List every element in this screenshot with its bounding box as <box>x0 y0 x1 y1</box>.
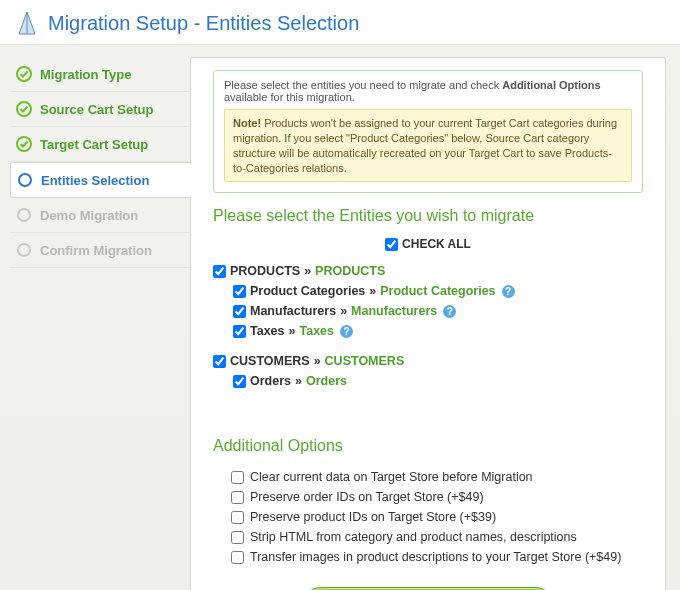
arrow-icon: » <box>304 264 311 278</box>
option-label: Clear current data on Target Store befor… <box>250 470 533 484</box>
entity-checkbox[interactable] <box>233 305 246 318</box>
sidebar-item-confirm-migration[interactable]: Confirm Migration <box>10 233 190 268</box>
entity-target-label: PRODUCTS <box>315 264 385 278</box>
logo-icon <box>16 10 38 36</box>
info-intro-bold: Additional Options <box>502 79 600 91</box>
sidebar: Migration TypeSource Cart SetupTarget Ca… <box>0 45 190 590</box>
entity-source-label: Taxes <box>250 324 285 338</box>
entities-list: PRODUCTS»PRODUCTSProduct Categories»Prod… <box>213 261 643 391</box>
options-section-title: Additional Options <box>213 437 643 455</box>
entity-group: PRODUCTS»PRODUCTSProduct Categories»Prod… <box>213 261 643 341</box>
option-checkbox[interactable] <box>231 511 244 524</box>
check-all-checkbox[interactable] <box>385 238 398 251</box>
entity-row-sub[interactable]: Orders»Orders <box>233 371 643 391</box>
page-title: Migration Setup - Entities Selection <box>48 12 359 35</box>
arrow-icon: » <box>340 304 347 318</box>
entity-checkbox[interactable] <box>213 265 226 278</box>
info-intro-prefix: Please select the entities you need to m… <box>224 79 502 91</box>
option-label: Preserve product IDs on Target Store (+$… <box>250 510 496 524</box>
option-label: Transfer images in product descriptions … <box>250 550 621 564</box>
arrow-icon: » <box>369 284 376 298</box>
check-icon <box>16 136 32 152</box>
help-icon[interactable]: ? <box>502 285 515 298</box>
note-text: Products won't be assigned to your curre… <box>233 117 617 174</box>
info-intro-suffix: available for this migration. <box>224 91 355 103</box>
entity-row-sub[interactable]: Taxes»Taxes? <box>233 321 643 341</box>
option-row[interactable]: Strip HTML from category and product nam… <box>231 527 643 547</box>
check-icon <box>16 101 32 117</box>
entity-row-top[interactable]: PRODUCTS»PRODUCTS <box>213 261 643 281</box>
entity-checkbox[interactable] <box>233 285 246 298</box>
help-icon[interactable]: ? <box>443 305 456 318</box>
entity-source-label: Orders <box>250 374 291 388</box>
option-row[interactable]: Clear current data on Target Store befor… <box>231 467 643 487</box>
options-list: Clear current data on Target Store befor… <box>213 467 643 567</box>
sidebar-item-source-cart-setup[interactable]: Source Cart Setup <box>10 92 190 127</box>
svg-point-5 <box>18 244 30 256</box>
pending-step-icon <box>16 207 32 223</box>
entity-row-sub[interactable]: Product Categories»Product Categories? <box>233 281 643 301</box>
entities-section-title: Please select the Entities you wish to m… <box>213 207 643 225</box>
entity-source-label: Product Categories <box>250 284 365 298</box>
entity-checkbox[interactable] <box>233 375 246 388</box>
entity-source-label: PRODUCTS <box>230 264 300 278</box>
entity-target-label: Orders <box>306 374 347 388</box>
entity-group: CUSTOMERS»CUSTOMERSOrders»Orders <box>213 351 643 391</box>
check-icon <box>16 66 32 82</box>
entity-checkbox[interactable] <box>233 325 246 338</box>
entity-row-top[interactable]: CUSTOMERS»CUSTOMERS <box>213 351 643 371</box>
option-row[interactable]: Transfer images in product descriptions … <box>231 547 643 567</box>
note-label: Note! <box>233 117 261 129</box>
check-all-row[interactable]: CHECK ALL <box>213 237 643 251</box>
arrow-icon: » <box>295 374 302 388</box>
entity-source-label: CUSTOMERS <box>230 354 310 368</box>
entity-target-label: Manufacturers <box>351 304 437 318</box>
sidebar-item-target-cart-setup[interactable]: Target Cart Setup <box>10 127 190 162</box>
entity-target-label: Product Categories <box>380 284 495 298</box>
check-all-label: CHECK ALL <box>402 237 471 251</box>
entity-row-sub[interactable]: Manufacturers»Manufacturers? <box>233 301 643 321</box>
option-checkbox[interactable] <box>231 551 244 564</box>
active-step-icon <box>17 172 33 188</box>
entity-source-label: Manufacturers <box>250 304 336 318</box>
sidebar-item-migration-type[interactable]: Migration Type <box>10 57 190 92</box>
sidebar-item-label: Entities Selection <box>41 173 149 188</box>
option-row[interactable]: Preserve order IDs on Target Store (+$49… <box>231 487 643 507</box>
info-box: Please select the entities you need to m… <box>213 70 643 193</box>
entity-target-label: Taxes <box>299 324 334 338</box>
sidebar-item-label: Demo Migration <box>40 208 138 223</box>
sidebar-item-label: Confirm Migration <box>40 243 152 258</box>
sidebar-item-demo-migration[interactable]: Demo Migration <box>10 198 190 233</box>
sidebar-item-entities-selection[interactable]: Entities Selection <box>10 162 191 198</box>
entity-checkbox[interactable] <box>213 355 226 368</box>
svg-point-4 <box>18 209 30 221</box>
svg-point-3 <box>19 174 31 186</box>
arrow-icon: » <box>289 324 296 338</box>
option-checkbox[interactable] <box>231 491 244 504</box>
note-box: Note! Products won't be assigned to your… <box>224 109 632 182</box>
sidebar-item-label: Migration Type <box>40 67 131 82</box>
pending-step-icon <box>16 242 32 258</box>
option-checkbox[interactable] <box>231 471 244 484</box>
sidebar-item-label: Target Cart Setup <box>40 137 148 152</box>
page-header: Migration Setup - Entities Selection <box>0 0 680 45</box>
option-label: Preserve order IDs on Target Store (+$49… <box>250 490 484 504</box>
main-content: Please select the entities you need to m… <box>190 57 666 590</box>
option-checkbox[interactable] <box>231 531 244 544</box>
sidebar-item-label: Source Cart Setup <box>40 102 153 117</box>
option-row[interactable]: Preserve product IDs on Target Store (+$… <box>231 507 643 527</box>
arrow-icon: » <box>314 354 321 368</box>
entity-target-label: CUSTOMERS <box>325 354 405 368</box>
option-label: Strip HTML from category and product nam… <box>250 530 577 544</box>
help-icon[interactable]: ? <box>340 325 353 338</box>
